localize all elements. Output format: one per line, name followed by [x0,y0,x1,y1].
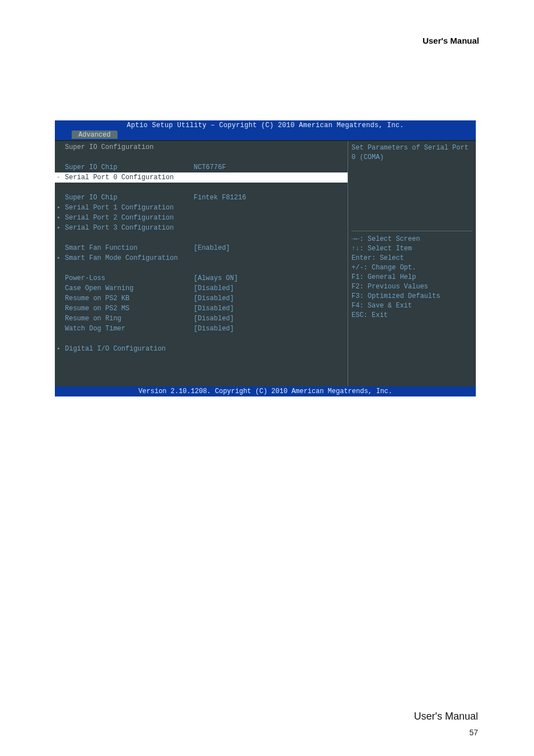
page-number: 57 [469,728,478,737]
submenu-arrow-icon [57,193,65,203]
bios-title-bar: Aptio Setup Utility – Copyright (C) 2010… [55,120,476,130]
key-hint: +/-: Change Opt. [352,263,472,273]
submenu-arrow-icon [57,162,65,172]
bios-submenu-item[interactable]: ▸Serial Port 2 Configuration [55,213,348,223]
row-value: [Disabled] [194,293,234,304]
row-value: [Disabled] [194,314,234,324]
key-hint: →←: Select Screen [352,235,472,244]
submenu-arrow-icon: ▸ [57,253,65,263]
bios-help-text: Set Parameters of Serial Port 0 (COMA) [352,143,472,227]
row-value: [Disabled] [194,304,234,314]
bios-screenshot: Aptio Setup Utility – Copyright (C) 2010… [55,120,476,396]
key-hint: F3: Optimized Defaults [352,292,472,301]
row-value: [Always ON] [194,273,238,283]
row-label: Smart Fan Mode Configuration [65,253,194,263]
key-hint: F4: Save & Exit [352,301,472,311]
submenu-arrow-icon [57,304,65,314]
key-hint: ESC: Exit [352,311,472,320]
bios-submenu-item[interactable]: ▸Serial Port 3 Configuration [55,223,348,233]
bios-right-pane: Set Parameters of Serial Port 0 (COMA) →… [348,141,476,386]
submenu-arrow-icon: ▸ [57,213,65,223]
submenu-arrow-icon: ▸ [57,172,65,183]
row-value: [Enabled] [194,243,230,253]
submenu-arrow-icon [57,324,65,334]
row-label: Serial Port 0 Configuration [65,172,194,183]
submenu-arrow-icon: ▸ [57,203,65,213]
bios-option-item[interactable]: Resume on PS2 KB[Disabled] [55,293,348,304]
submenu-arrow-icon [57,283,65,293]
row-label: Resume on PS2 KB [65,293,194,304]
bios-option-item[interactable]: Case Open Warning[Disabled] [55,283,348,293]
row-value: [Disabled] [194,283,234,293]
bios-footer-bar: Version 2.10.1208. Copyright (C) 2010 Am… [55,386,476,396]
row-label: Resume on Ring [65,314,194,324]
bios-submenu-item[interactable]: ▸Serial Port 0 Configuration [55,172,348,183]
bios-keys-legend: →←: Select Screen↑↓: Select ItemEnter: S… [352,231,472,320]
key-hint: F2: Previous Values [352,282,472,292]
bios-left-pane: Super IO Configuration Super IO ChipNCT6… [55,141,348,386]
bios-option-item[interactable]: Smart Fan Function[Enabled] [55,243,348,253]
row-value: NCT6776F [194,162,226,172]
key-hint: ↑↓: Select Item [352,244,472,254]
page-header-label: User's Manual [423,36,479,45]
submenu-arrow-icon [57,243,65,253]
bios-tab-advanced[interactable]: Advanced [72,130,118,139]
bios-submenu-item[interactable]: ▸Serial Port 1 Configuration [55,203,348,213]
submenu-arrow-icon [57,293,65,304]
row-label: Power-Loss [65,273,194,283]
row-label: Super IO Chip [65,193,194,203]
submenu-arrow-icon [57,314,65,324]
submenu-arrow-icon [57,273,65,283]
row-label: Serial Port 3 Configuration [65,223,194,233]
row-value: Fintek F81216 [194,193,246,203]
submenu-arrow-icon: ▸ [57,344,65,354]
bios-option-item[interactable]: Power-Loss[Always ON] [55,273,348,283]
bios-tab-row: Advanced [55,130,476,140]
bios-option-item[interactable]: Resume on PS2 MS[Disabled] [55,304,348,314]
row-label: Super IO Chip [65,162,194,172]
row-label: Watch Dog Timer [65,324,194,334]
row-label: Smart Fan Function [65,243,194,253]
bios-info-item: Super IO ChipNCT6776F [55,162,348,172]
bios-option-item[interactable]: Watch Dog Timer[Disabled] [55,324,348,334]
bios-info-item: Super IO ChipFintek F81216 [55,193,348,203]
row-label: Resume on PS2 MS [65,304,194,314]
bios-submenu-item[interactable]: ▸Digital I/O Configuration [55,344,348,354]
row-label: Serial Port 1 Configuration [65,203,194,213]
page-footer-label: User's Manual [414,711,478,722]
bios-option-item[interactable]: Resume on Ring[Disabled] [55,314,348,324]
section-header: Super IO Configuration [55,142,348,152]
row-label: Serial Port 2 Configuration [65,213,194,223]
row-label: Digital I/O Configuration [65,344,194,354]
row-value: [Disabled] [194,324,234,334]
key-hint: F1: General Help [352,273,472,282]
submenu-arrow-icon: ▸ [57,223,65,233]
key-hint: Enter: Select [352,254,472,263]
row-label: Case Open Warning [65,283,194,293]
bios-submenu-item[interactable]: ▸Smart Fan Mode Configuration [55,253,348,263]
